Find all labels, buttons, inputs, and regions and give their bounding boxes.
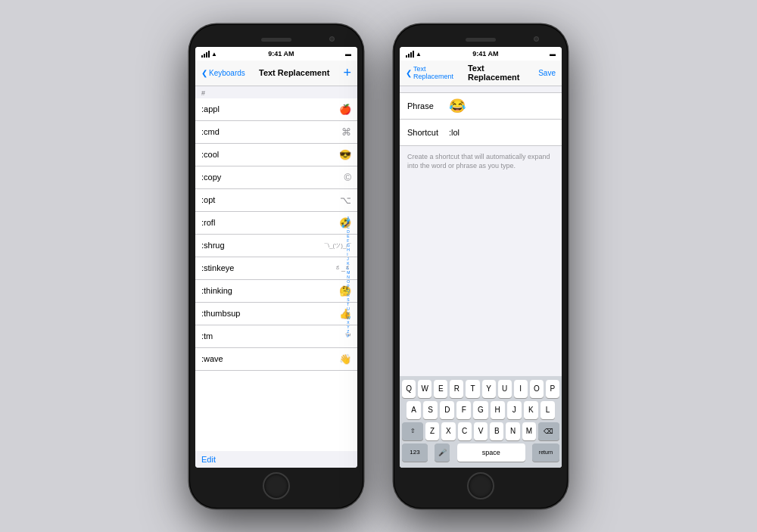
status-time-left: 9:41 AM: [268, 50, 294, 58]
nav-title-right: Text Replacement: [468, 64, 538, 82]
key-o[interactable]: O: [530, 380, 544, 398]
list-body-left: # :appl 🍎 :cmd ⌘ :cool 😎 :co: [195, 86, 357, 468]
form-section: Phrase 😂 Shortcut :lol: [400, 92, 562, 146]
index-bar: A B C D E F G H I J K L M N O P Q: [347, 216, 350, 338]
key-q[interactable]: Q: [402, 380, 416, 398]
key-f[interactable]: F: [456, 401, 471, 419]
status-time-right: 9:41 AM: [472, 50, 498, 58]
home-button-left[interactable]: [263, 472, 290, 499]
key-t[interactable]: T: [466, 380, 479, 398]
key-p[interactable]: P: [546, 380, 559, 398]
phrase-label: Phrase: [407, 101, 449, 110]
key-s[interactable]: S: [423, 401, 438, 419]
shortcut-input[interactable]: :lol: [449, 128, 554, 137]
return-key[interactable]: return: [532, 443, 559, 462]
back-button-right[interactable]: ❮ Text Replacement: [406, 65, 468, 80]
add-button-left[interactable]: +: [343, 65, 351, 81]
home-button-right[interactable]: [467, 472, 494, 499]
key-a[interactable]: A: [407, 401, 421, 419]
speaker-right: [466, 38, 496, 42]
list-item[interactable]: :shrug ¯\_(ツ)_/¯: [195, 235, 357, 257]
back-button-left[interactable]: ❮ Keyboards: [201, 69, 245, 77]
phone-right: ▲ 9:41 AM ▬ ❮ Text Replacement Text Repl…: [394, 24, 568, 509]
battery-icon-right: ▬: [550, 51, 556, 58]
list-item[interactable]: :thinking 🤔: [195, 280, 357, 303]
key-i[interactable]: I: [514, 380, 528, 398]
chevron-left-icon: ❮: [201, 69, 207, 77]
save-button-right[interactable]: Save: [538, 69, 556, 77]
key-x[interactable]: X: [441, 422, 455, 440]
list-item[interactable]: :appl 🍎: [195, 98, 357, 121]
shortcut-row[interactable]: Shortcut :lol: [400, 120, 562, 145]
camera-right: [534, 36, 539, 42]
list-item[interactable]: :cmd ⌘: [195, 121, 357, 144]
phrase-row[interactable]: Phrase 😂: [400, 93, 562, 120]
scene: ▲ 9:41 AM ▬ ❮ Keyboards Text Replacement…: [189, 24, 568, 509]
key-l[interactable]: L: [540, 401, 555, 419]
phone-right-notch: [400, 35, 562, 45]
phone-left-notch: [195, 35, 357, 45]
nav-bar-right: ❮ Text Replacement Text Replacement Save: [400, 61, 562, 86]
num-key[interactable]: 123: [402, 443, 428, 462]
edit-button-left[interactable]: Edit: [195, 451, 357, 468]
battery-icon-left: ▬: [345, 51, 351, 58]
key-e[interactable]: E: [434, 380, 447, 398]
status-bar-right: ▲ 9:41 AM ▬: [400, 47, 562, 61]
keyboard-bottom-row: 123 🎤 space return: [402, 443, 559, 462]
list-item[interactable]: :thumbsup 👍: [195, 303, 357, 325]
key-j[interactable]: J: [507, 401, 522, 419]
wifi-icon: ▲: [211, 51, 217, 58]
key-h[interactable]: H: [491, 401, 505, 419]
key-y[interactable]: Y: [482, 380, 496, 398]
list-item[interactable]: :stinkeye ಠ_ಠ: [195, 257, 357, 280]
delete-key[interactable]: ⌫: [538, 422, 559, 440]
camera-left: [329, 36, 335, 42]
phrase-input[interactable]: 😂: [449, 98, 554, 114]
list-item[interactable]: :cool 😎: [195, 144, 357, 166]
key-r[interactable]: R: [450, 380, 463, 398]
keyboard-row-2: A S D F G H J K L: [402, 401, 559, 419]
key-u[interactable]: U: [498, 380, 512, 398]
replacement-list: :appl 🍎 :cmd ⌘ :cool 😎 :copy ©: [195, 98, 357, 451]
key-m[interactable]: M: [522, 422, 536, 440]
key-k[interactable]: K: [524, 401, 538, 419]
form-hint: Create a shortcut that will automaticall…: [400, 146, 562, 177]
wifi-icon-right: ▲: [416, 51, 422, 58]
shift-key[interactable]: ⇧: [402, 422, 423, 440]
nav-bar-left: ❮ Keyboards Text Replacement +: [195, 61, 357, 86]
space-key[interactable]: space: [457, 443, 525, 462]
form-body-right: Phrase 😂 Shortcut :lol Create a shortcut…: [400, 86, 562, 468]
nav-title-left: Text Replacement: [259, 68, 329, 77]
phone-right-screen: ▲ 9:41 AM ▬ ❮ Text Replacement Text Repl…: [400, 47, 562, 468]
list-item[interactable]: :wave 👋: [195, 348, 357, 371]
chevron-left-icon-right: ❮: [406, 69, 412, 77]
keyboard: Q W E R T Y U I O P A S D: [400, 376, 562, 468]
key-w[interactable]: W: [418, 380, 431, 398]
shortcut-label: Shortcut: [407, 128, 449, 137]
key-z[interactable]: Z: [425, 422, 439, 440]
list-item[interactable]: :opt ⌥: [195, 189, 357, 212]
list-item[interactable]: :tm ™: [195, 325, 357, 348]
key-b[interactable]: B: [490, 422, 503, 440]
signal-icon: [201, 51, 210, 58]
phone-left-screen: ▲ 9:41 AM ▬ ❮ Keyboards Text Replacement…: [195, 47, 357, 468]
key-v[interactable]: V: [474, 422, 488, 440]
key-d[interactable]: D: [440, 401, 454, 419]
signal-icon-right: [406, 51, 414, 58]
list-item[interactable]: :copy ©: [195, 166, 357, 189]
keyboard-row-3: ⇧ Z X C V B N M ⌫: [402, 422, 559, 440]
back-label-left: Keyboards: [209, 69, 245, 77]
key-c[interactable]: C: [458, 422, 472, 440]
mic-key[interactable]: 🎤: [435, 443, 450, 462]
phone-left: ▲ 9:41 AM ▬ ❮ Keyboards Text Replacement…: [189, 24, 363, 509]
speaker-left: [261, 38, 291, 42]
status-bar-left: ▲ 9:41 AM ▬: [195, 47, 357, 61]
key-n[interactable]: N: [506, 422, 519, 440]
key-g[interactable]: G: [473, 401, 488, 419]
list-item[interactable]: :rofl 🤣: [195, 212, 357, 235]
keyboard-row-1: Q W E R T Y U I O P: [402, 380, 559, 398]
section-header-left: #: [195, 86, 357, 98]
back-label-right: Text Replacement: [413, 65, 468, 80]
